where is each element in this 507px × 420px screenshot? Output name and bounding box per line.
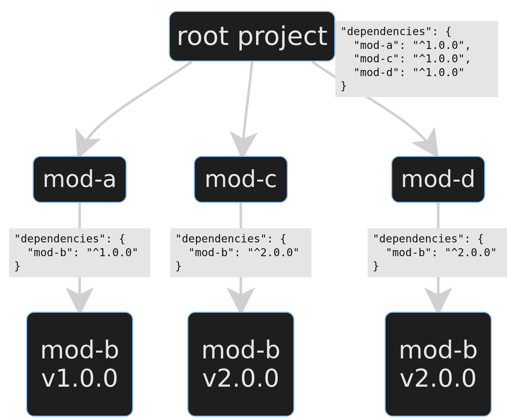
node-mod-b-v2-a: mod-b v2.0.0 [187, 312, 294, 417]
node-mod-a: mod-a [33, 156, 127, 203]
node-label: root project [176, 22, 327, 50]
node-label: mod-c [205, 167, 277, 191]
node-label-line1: mod-b [40, 336, 120, 364]
node-label: mod-d [401, 167, 475, 191]
code-mod-c-deps: "dependencies": { "mod-b": "^2.0.0" } [170, 228, 311, 277]
node-label-line2: v2.0.0 [202, 364, 279, 392]
node-mod-b-v2-b: mod-b v2.0.0 [385, 312, 492, 417]
node-label-line1: mod-b [201, 336, 281, 364]
node-root-project: root project [169, 11, 335, 62]
node-label: mod-a [43, 167, 117, 191]
node-label-line2: v2.0.0 [399, 364, 477, 392]
edge-root-to-mod-a [81, 62, 192, 149]
dependency-graph: "dependencies": { "mod-a": "^1.0.0", "mo… [0, 0, 507, 420]
node-label-line1: mod-b [399, 336, 478, 364]
code-mod-a-deps: "dependencies": { "mod-b": "^1.0.0" } [9, 228, 150, 277]
code-root-deps: "dependencies": { "mod-a": "^1.0.0", "mo… [335, 21, 498, 97]
edge-root-to-mod-c [243, 62, 252, 149]
node-mod-d: mod-d [391, 156, 485, 203]
node-label-line2: v1.0.0 [41, 364, 118, 392]
code-mod-d-deps: "dependencies": { "mod-b": "^2.0.0" } [368, 228, 507, 277]
node-mod-b-v1: mod-b v1.0.0 [26, 312, 133, 417]
node-mod-c: mod-c [194, 156, 288, 203]
